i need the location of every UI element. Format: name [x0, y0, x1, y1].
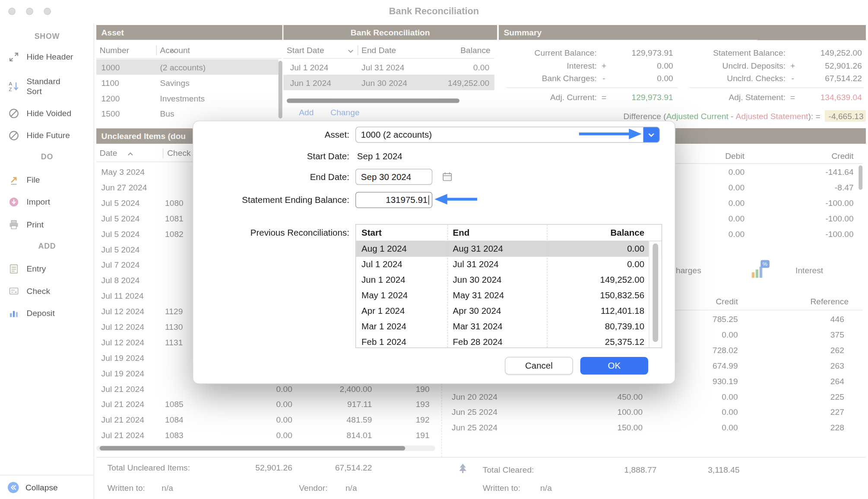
- previous-reconciliation-row[interactable]: Apr 1 2024 Apr 30 2024 112,401.18: [356, 303, 662, 319]
- text-cursor: [428, 196, 429, 205]
- bank-rec-row[interactable]: Jul 1 2024 Jul 31 2024 0.00: [283, 59, 494, 75]
- sidebar-item-entry[interactable]: Entry: [8, 261, 90, 277]
- cleared-column-credit[interactable]: Credit: [748, 148, 854, 164]
- interest-percent-chart-icon: %: [748, 259, 770, 281]
- summary-operator: +: [786, 61, 800, 70]
- summary-label: Unclrd. Checks:: [689, 73, 786, 83]
- bank-rec-column-end-date[interactable]: End Date: [361, 42, 396, 58]
- written-to-value: n/a: [540, 483, 552, 493]
- previous-reconciliation-row[interactable]: Feb 1 2024 Feb 28 2024 25,375.12: [356, 334, 662, 348]
- statement-ending-balance-input[interactable]: 131975.91: [355, 192, 432, 208]
- bank-rec-row[interactable]: Jun 1 2024 Jun 30 2024 149,252.00: [283, 75, 494, 90]
- prev-table-scrollbar-thumb[interactable]: [653, 243, 658, 342]
- svg-text:Z: Z: [9, 87, 12, 92]
- bank-rec-horizontal-scrollbar[interactable]: [287, 98, 459, 103]
- end-cell: Feb 28 2024: [447, 337, 547, 347]
- collapse-button[interactable]: Collapse: [0, 475, 94, 499]
- asset-row[interactable]: 1100 Savings: [96, 75, 279, 90]
- interest-label: Interest: [795, 265, 823, 275]
- column-label: End Date: [361, 45, 396, 55]
- date-picker-icon[interactable]: [441, 171, 453, 183]
- chevron-down-icon: [348, 49, 354, 53]
- start-date-field-label: Start Date:: [215, 148, 349, 164]
- previous-reconciliation-row[interactable]: Jul 1 2024 Jul 31 2024 0.00: [356, 257, 662, 272]
- sidebar-item-check[interactable]: Check: [8, 283, 90, 299]
- bank-rec-column-start-date[interactable]: Start Date: [287, 42, 354, 58]
- asset-account-cell: Investments: [159, 93, 279, 103]
- debit-cell: 450.00: [529, 392, 643, 401]
- change-link[interactable]: Change: [330, 107, 359, 117]
- date-cell: Jun 20 2024: [446, 392, 529, 401]
- sidebar-item-hide-header[interactable]: Hide Header: [8, 49, 90, 65]
- asset-row[interactable]: 1200 Investments: [96, 90, 279, 106]
- sidebar-item-print[interactable]: Print: [8, 217, 90, 233]
- prev-column-balance[interactable]: Balance: [547, 227, 662, 237]
- total-uncleared-label: Total Uncleared Items:: [108, 463, 190, 472]
- cleared-row[interactable]: Jun 25 2024 100.00 0.00 227: [446, 404, 862, 420]
- prev-column-start[interactable]: Start: [356, 227, 447, 237]
- cleared-column-reference[interactable]: Reference: [748, 293, 849, 310]
- tree-icon: [457, 463, 469, 475]
- column-label: Check: [167, 148, 191, 158]
- previous-reconciliation-row[interactable]: Aug 1 2024 Aug 31 2024 0.00: [356, 241, 662, 257]
- summary-adj-statement-row: Adj. Statement: = 134,639.04: [689, 91, 862, 103]
- sidebar-item-deposit[interactable]: Deposit: [8, 306, 90, 321]
- previous-reconciliation-row[interactable]: May 1 2024 May 31 2024 150,832.56: [356, 288, 662, 303]
- cleared-row[interactable]: Jun 25 2024 150.00 0.00 228: [446, 420, 862, 435]
- date-cell: Jun 25 2024: [446, 407, 529, 417]
- column-label: Debit: [725, 151, 744, 161]
- summary-operator: =: [786, 92, 800, 102]
- sidebar-item-hide-future[interactable]: Hide Future: [8, 128, 90, 143]
- sidebar-item-standard-sort[interactable]: A Z Standard Sort: [8, 76, 90, 96]
- cleared-top-scrollbar[interactable]: [858, 165, 862, 189]
- uncleared-scrollbar-thumb[interactable]: [100, 446, 405, 450]
- uncleared-column-date[interactable]: Date: [100, 145, 133, 161]
- asset-row[interactable]: 1500 Bus: [96, 106, 279, 121]
- debit-cell: 0.00: [209, 384, 292, 393]
- end-cell: Jul 31 2024: [447, 259, 547, 269]
- summary-right-group: Statement Balance: 149,252.00 Unclrd. De…: [689, 47, 862, 85]
- date-cell: Jun 25 2024: [446, 423, 529, 432]
- asset-select-dropdown-button[interactable]: [643, 127, 659, 142]
- credit-cell: 481.59: [292, 415, 372, 424]
- previous-reconciliation-row[interactable]: Jun 1 2024 Jun 30 2024 149,252.00: [356, 272, 662, 288]
- prev-table-scrollbar[interactable]: [649, 241, 661, 347]
- uncleared-item-row[interactable]: Jul 21 2024 1085 0.00 917.11 193: [96, 396, 434, 412]
- asset-table-scrollbar[interactable]: [279, 61, 282, 118]
- asset-number-cell: 1200: [96, 93, 159, 103]
- cancel-button[interactable]: Cancel: [505, 357, 573, 375]
- sidebar-item-label: Hide Voided: [27, 108, 72, 118]
- prev-column-end[interactable]: End: [447, 227, 547, 237]
- summary-label: Bank Charges:: [506, 73, 597, 83]
- end-date-input[interactable]: Sep 30 2024: [355, 169, 432, 185]
- start-cell: Jul 1 2024: [356, 259, 447, 269]
- summary-label: Adj. Current:: [506, 92, 597, 102]
- collapse-label: Collapse: [25, 483, 58, 492]
- previous-reconciliations-table: Start End Balance Aug 1 2024 Aug 31 2024…: [355, 224, 662, 348]
- reference-cell: 193: [372, 399, 431, 409]
- asset-row[interactable]: 1000 (2 accounts): [96, 59, 279, 75]
- column-label: Reference: [810, 297, 849, 306]
- sidebar-item-hide-voided[interactable]: Hide Voided: [8, 106, 90, 121]
- sidebar-item-file[interactable]: File: [8, 172, 90, 188]
- reference-cell: 225: [738, 392, 849, 401]
- uncleared-item-row[interactable]: Jul 21 2024 1083 0.00 814.01 191: [96, 427, 434, 443]
- bank-rec-column-balance[interactable]: Balance: [430, 42, 491, 58]
- add-link[interactable]: Add: [299, 107, 314, 117]
- credit-cell: 917.11: [292, 399, 372, 409]
- balance-cell: 25,375.12: [547, 337, 662, 347]
- cleared-column-debit[interactable]: Debit: [664, 148, 744, 164]
- cleared-row[interactable]: Jun 20 2024 450.00 0.00 225: [446, 388, 862, 404]
- uncleared-item-row[interactable]: Jul 21 2024 1084 0.00 481.59 192: [96, 412, 434, 427]
- previous-reconciliations-label: Previous Reconciliations:: [215, 224, 349, 240]
- asset-column-account[interactable]: Account: [160, 42, 190, 58]
- start-cell: May 1 2024: [356, 291, 447, 300]
- summary-operator: +: [597, 61, 611, 70]
- uncleared-column-check[interactable]: Check: [167, 145, 191, 161]
- sidebar-item-import[interactable]: Import: [8, 194, 90, 210]
- import-icon: [8, 196, 20, 208]
- previous-reconciliation-row[interactable]: Mar 1 2024 Mar 31 2024 80,739.10: [356, 319, 662, 334]
- ok-button[interactable]: OK: [580, 357, 648, 375]
- check-number-cell: 1085: [164, 399, 209, 409]
- entry-notepad-icon: [8, 263, 20, 275]
